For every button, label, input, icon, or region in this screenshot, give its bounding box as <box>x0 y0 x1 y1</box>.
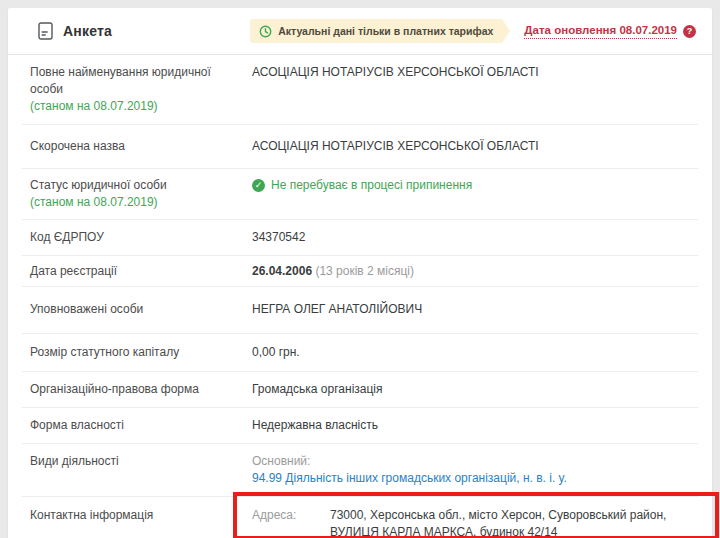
row-contact-info: Контактна інформація Адреса: 73000, Херс… <box>22 496 698 538</box>
row-value: ✓ Не перебуває в процесі припинення <box>252 177 688 211</box>
row-full-name: Повне найменування юридичної особи (стан… <box>22 55 698 124</box>
row-label: Організаційно-правова форма <box>30 381 252 398</box>
row-legal-form: Організаційно-правова форма Громадська о… <box>22 371 698 407</box>
activity-type-label: Основний: <box>252 453 688 470</box>
kved-activity-link[interactable]: 94.99 Діяльність інших громадських орган… <box>252 471 567 485</box>
help-icon[interactable]: ? <box>683 25 696 38</box>
row-label: Дата реєстрації <box>30 263 252 280</box>
row-label: Уповноважені особи <box>30 301 252 318</box>
row-label: Скорочена назва <box>30 138 252 155</box>
row-value: НЕГРА ОЛЕГ АНАТОЛІЙОВИЧ <box>252 301 688 318</box>
row-authorized-persons: Уповноважені особи НЕГРА ОЛЕГ АНАТОЛІЙОВ… <box>22 286 698 333</box>
header-right: Актуальні дані тільки в платних тарифах … <box>250 19 696 43</box>
row-label: Розмір статутного капіталу <box>30 344 252 361</box>
as-of-date: (станом на 08.07.2019) <box>30 194 240 211</box>
as-of-date: (станом на 08.07.2019) <box>30 98 240 115</box>
row-value: 0,00 грн. <box>252 344 688 361</box>
row-value: Основний: 94.99 Діяльність інших громадс… <box>252 453 688 487</box>
row-edrpou-code: Код ЄДРПОУ 34370542 <box>22 219 698 255</box>
profile-card: Анкета Актуальні дані тільки в платних т… <box>8 8 712 538</box>
row-value: АСОЦІАЦІЯ НОТАРІУСІВ ХЕРСОНСЬКОЇ ОБЛАСТІ <box>252 64 688 115</box>
row-value: Адреса: 73000, Херсонська обл., місто Хе… <box>252 507 688 538</box>
check-circle-icon: ✓ <box>252 179 265 192</box>
address-block: Адреса: 73000, Херсонська обл., місто Хе… <box>252 507 688 538</box>
update-date-text[interactable]: Дата оновлення 08.07.2019 <box>524 24 677 39</box>
row-value: АСОЦІАЦІЯ НОТАРІУСІВ ХЕРСОНСЬКОЇ ОБЛАСТІ <box>252 138 688 155</box>
title-wrap: Анкета <box>38 22 112 40</box>
paid-tariffs-badge: Актуальні дані тільки в платних тарифах <box>250 19 502 43</box>
row-label: Повне найменування юридичної особи (стан… <box>30 64 252 115</box>
registration-date-value: 26.04.2006 <box>252 264 312 278</box>
row-label: Код ЄДРПОУ <box>30 229 252 246</box>
row-registration-date: Дата реєстрації 26.04.2006 (13 років 2 м… <box>22 255 698 286</box>
card-header: Анкета Актуальні дані тільки в платних т… <box>8 8 712 55</box>
address-text: 73000, Херсонська обл., місто Херсон, Су… <box>330 507 688 538</box>
address-label: Адреса: <box>252 507 330 538</box>
badge-label: Актуальні дані тільки в платних тарифах <box>278 25 493 37</box>
row-value: 26.04.2006 (13 років 2 місяці) <box>252 263 688 280</box>
row-value: Недержавна власність <box>252 417 688 434</box>
registration-age-note: (13 років 2 місяці) <box>315 264 414 278</box>
row-activities: Види діяльності Основний: 94.99 Діяльніс… <box>22 443 698 496</box>
document-icon <box>38 22 53 40</box>
row-value: Громадська організація <box>252 381 688 398</box>
profile-rows: Повне найменування юридичної особи (стан… <box>22 55 698 538</box>
row-ownership-form: Форма власності Недержавна власність <box>22 407 698 443</box>
clock-icon <box>259 25 272 38</box>
row-value: 34370542 <box>252 229 688 246</box>
row-label: Контактна інформація <box>30 507 252 538</box>
row-label: Статус юридичної особи (станом на 08.07.… <box>30 177 252 211</box>
row-legal-status: Статус юридичної особи (станом на 08.07.… <box>22 168 698 219</box>
row-label: Види діяльності <box>30 453 252 487</box>
row-share-capital: Розмір статутного капіталу 0,00 грн. <box>22 333 698 371</box>
status-text: Не перебуває в процесі припинення <box>271 177 472 194</box>
page-title: Анкета <box>63 23 112 39</box>
row-label: Форма власності <box>30 417 252 434</box>
status-value: ✓ Не перебуває в процесі припинення <box>252 177 688 194</box>
row-short-name: Скорочена назва АСОЦІАЦІЯ НОТАРІУСІВ ХЕР… <box>22 124 698 168</box>
update-date: Дата оновлення 08.07.2019 ? <box>524 24 696 39</box>
